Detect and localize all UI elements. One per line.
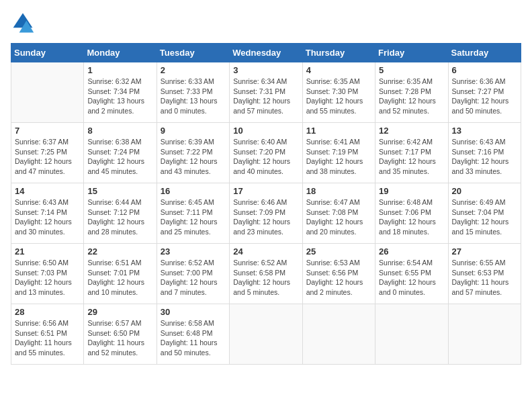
day-info: Sunrise: 6:52 AMSunset: 6:58 PMDaylight:… [233, 258, 298, 298]
day-number: 25 [306, 246, 371, 257]
day-number: 3 [233, 65, 298, 75]
day-info: Sunrise: 6:44 AMSunset: 7:12 PMDaylight:… [87, 197, 152, 237]
calendar-header-row: SundayMondayTuesdayWednesdayThursdayFrid… [11, 44, 521, 62]
day-info: Sunrise: 6:35 AMSunset: 7:28 PMDaylight:… [379, 77, 444, 116]
day-info: Sunrise: 6:43 AMSunset: 7:16 PMDaylight:… [452, 137, 517, 177]
day-info: Sunrise: 6:41 AMSunset: 7:19 PMDaylight:… [306, 137, 371, 177]
day-number: 13 [452, 126, 517, 136]
day-info: Sunrise: 6:34 AMSunset: 7:31 PMDaylight:… [233, 77, 298, 116]
calendar-cell: 17 Sunrise: 6:46 AMSunset: 7:09 PMDaylig… [230, 183, 302, 244]
calendar-cell: 13 Sunrise: 6:43 AMSunset: 7:16 PMDaylig… [448, 123, 521, 183]
calendar-cell [302, 304, 375, 365]
day-info: Sunrise: 6:36 AMSunset: 7:27 PMDaylight:… [452, 77, 517, 116]
day-number: 2 [161, 65, 226, 75]
day-info: Sunrise: 6:33 AMSunset: 7:33 PMDaylight:… [161, 77, 226, 116]
day-info: Sunrise: 6:49 AMSunset: 7:04 PMDaylight:… [452, 197, 517, 237]
header-thursday: Thursday [302, 44, 375, 62]
header-friday: Friday [375, 44, 448, 62]
calendar-cell: 2 Sunrise: 6:33 AMSunset: 7:33 PMDayligh… [157, 62, 229, 123]
calendar-cell [448, 304, 521, 365]
calendar-cell: 16 Sunrise: 6:45 AMSunset: 7:11 PMDaylig… [157, 183, 229, 244]
calendar-cell [375, 304, 448, 365]
week-row-3: 21 Sunrise: 6:50 AMSunset: 7:03 PMDaylig… [11, 244, 521, 304]
calendar-cell: 4 Sunrise: 6:35 AMSunset: 7:30 PMDayligh… [302, 62, 375, 123]
day-number: 4 [306, 65, 371, 75]
day-number: 22 [87, 246, 152, 257]
calendar-cell: 18 Sunrise: 6:47 AMSunset: 7:08 PMDaylig… [302, 183, 375, 244]
calendar-cell: 21 Sunrise: 6:50 AMSunset: 7:03 PMDaylig… [11, 244, 84, 304]
day-number: 8 [87, 126, 152, 136]
calendar-cell: 5 Sunrise: 6:35 AMSunset: 7:28 PMDayligh… [375, 62, 448, 123]
calendar-cell [230, 304, 302, 365]
calendar-table: SundayMondayTuesdayWednesdayThursdayFrid… [11, 43, 521, 365]
day-number: 7 [15, 126, 80, 136]
day-number: 20 [452, 186, 517, 196]
svg-marker-0 [13, 13, 33, 28]
calendar-cell: 25 Sunrise: 6:53 AMSunset: 6:56 PMDaylig… [302, 244, 375, 304]
week-row-2: 14 Sunrise: 6:43 AMSunset: 7:14 PMDaylig… [11, 183, 521, 244]
calendar-cell: 8 Sunrise: 6:38 AMSunset: 7:24 PMDayligh… [84, 123, 157, 183]
calendar-cell: 10 Sunrise: 6:40 AMSunset: 7:20 PMDaylig… [230, 123, 302, 183]
day-number: 11 [306, 126, 371, 136]
day-info: Sunrise: 6:42 AMSunset: 7:17 PMDaylight:… [379, 137, 444, 177]
calendar-cell: 1 Sunrise: 6:32 AMSunset: 7:34 PMDayligh… [84, 62, 157, 123]
day-number: 10 [233, 126, 298, 136]
day-info: Sunrise: 6:47 AMSunset: 7:08 PMDaylight:… [306, 197, 371, 237]
day-info: Sunrise: 6:45 AMSunset: 7:11 PMDaylight:… [161, 197, 226, 237]
day-number: 19 [379, 186, 444, 196]
calendar-cell: 20 Sunrise: 6:49 AMSunset: 7:04 PMDaylig… [448, 183, 521, 244]
calendar-cell: 22 Sunrise: 6:51 AMSunset: 7:01 PMDaylig… [84, 244, 157, 304]
day-info: Sunrise: 6:46 AMSunset: 7:09 PMDaylight:… [233, 197, 298, 237]
week-row-4: 28 Sunrise: 6:56 AMSunset: 6:51 PMDaylig… [11, 304, 521, 365]
day-number: 30 [161, 307, 226, 317]
logo [11, 11, 38, 35]
day-info: Sunrise: 6:35 AMSunset: 7:30 PMDaylight:… [306, 77, 371, 116]
day-info: Sunrise: 6:55 AMSunset: 6:53 PMDaylight:… [452, 258, 517, 298]
day-info: Sunrise: 6:38 AMSunset: 7:24 PMDaylight:… [87, 137, 152, 177]
day-number: 27 [452, 246, 517, 257]
day-info: Sunrise: 6:50 AMSunset: 7:03 PMDaylight:… [15, 258, 80, 298]
header-saturday: Saturday [448, 44, 521, 62]
day-number: 15 [87, 186, 152, 196]
day-info: Sunrise: 6:39 AMSunset: 7:22 PMDaylight:… [161, 137, 226, 177]
calendar-cell: 9 Sunrise: 6:39 AMSunset: 7:22 PMDayligh… [157, 123, 229, 183]
header-tuesday: Tuesday [157, 44, 229, 62]
calendar-cell: 7 Sunrise: 6:37 AMSunset: 7:25 PMDayligh… [11, 123, 84, 183]
calendar-cell: 14 Sunrise: 6:43 AMSunset: 7:14 PMDaylig… [11, 183, 84, 244]
calendar-cell: 27 Sunrise: 6:55 AMSunset: 6:53 PMDaylig… [448, 244, 521, 304]
week-row-0: 1 Sunrise: 6:32 AMSunset: 7:34 PMDayligh… [11, 62, 521, 123]
day-info: Sunrise: 6:51 AMSunset: 7:01 PMDaylight:… [87, 258, 152, 298]
day-number: 18 [306, 186, 371, 196]
day-number: 6 [452, 65, 517, 75]
day-info: Sunrise: 6:43 AMSunset: 7:14 PMDaylight:… [15, 197, 80, 237]
day-number: 29 [87, 307, 152, 317]
day-info: Sunrise: 6:48 AMSunset: 7:06 PMDaylight:… [379, 197, 444, 237]
day-info: Sunrise: 6:40 AMSunset: 7:20 PMDaylight:… [233, 137, 298, 177]
calendar-cell: 23 Sunrise: 6:52 AMSunset: 7:00 PMDaylig… [157, 244, 229, 304]
day-info: Sunrise: 6:54 AMSunset: 6:55 PMDaylight:… [379, 258, 444, 298]
calendar-cell: 19 Sunrise: 6:48 AMSunset: 7:06 PMDaylig… [375, 183, 448, 244]
calendar-cell: 12 Sunrise: 6:42 AMSunset: 7:17 PMDaylig… [375, 123, 448, 183]
day-info: Sunrise: 6:32 AMSunset: 7:34 PMDaylight:… [87, 77, 152, 116]
calendar-cell: 15 Sunrise: 6:44 AMSunset: 7:12 PMDaylig… [84, 183, 157, 244]
day-number: 1 [87, 65, 152, 75]
calendar-cell: 28 Sunrise: 6:56 AMSunset: 6:51 PMDaylig… [11, 304, 84, 365]
header-sunday: Sunday [11, 44, 84, 62]
day-number: 12 [379, 126, 444, 136]
day-info: Sunrise: 6:37 AMSunset: 7:25 PMDaylight:… [15, 137, 80, 177]
day-number: 16 [161, 186, 226, 196]
page-header [11, 11, 521, 35]
day-info: Sunrise: 6:53 AMSunset: 6:56 PMDaylight:… [306, 258, 371, 298]
calendar-cell [11, 62, 84, 123]
calendar-cell: 29 Sunrise: 6:57 AMSunset: 6:50 PMDaylig… [84, 304, 157, 365]
logo-icon [11, 11, 35, 35]
day-number: 14 [15, 186, 80, 196]
day-number: 28 [15, 307, 80, 317]
calendar-cell: 30 Sunrise: 6:58 AMSunset: 6:48 PMDaylig… [157, 304, 229, 365]
day-number: 5 [379, 65, 444, 75]
calendar-cell: 11 Sunrise: 6:41 AMSunset: 7:19 PMDaylig… [302, 123, 375, 183]
calendar-cell: 6 Sunrise: 6:36 AMSunset: 7:27 PMDayligh… [448, 62, 521, 123]
header-wednesday: Wednesday [230, 44, 302, 62]
calendar-cell: 3 Sunrise: 6:34 AMSunset: 7:31 PMDayligh… [230, 62, 302, 123]
header-monday: Monday [84, 44, 157, 62]
